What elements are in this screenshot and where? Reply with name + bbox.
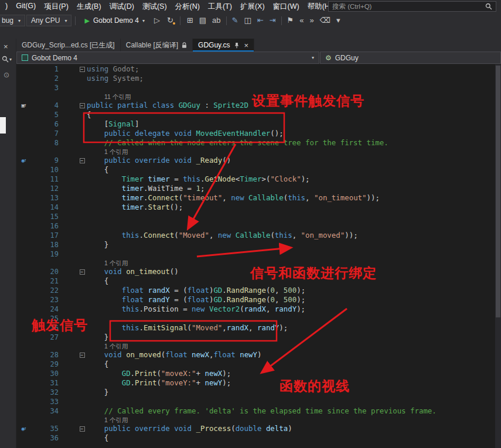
platform-dropdown[interactable]: Any CPU ▾	[26, 15, 71, 26]
inheritance-margin-icon[interactable]: ▣↑	[16, 101, 32, 110]
code-text: using System;	[87, 74, 144, 83]
menu-item[interactable]: 工具(T)	[204, 2, 236, 12]
fold-margin	[77, 333, 87, 342]
menu-bar: )Git(G)项目(P)生成(B)调试(D)测试(S)分析(N)工具(T)扩展(…	[0, 0, 501, 13]
fold-toggle-icon[interactable]: −	[80, 426, 85, 432]
fold-margin	[77, 276, 87, 286]
inheritance-margin-icon[interactable]: ◉↑	[16, 424, 32, 433]
rail-grip[interactable]	[0, 117, 6, 134]
fold-toggle-icon[interactable]: −	[80, 269, 85, 275]
new-file-icon[interactable]: ⊞	[184, 14, 196, 27]
code-line: 34 // Called every frame. 'delta' is the…	[16, 406, 501, 416]
code-line: 31 GD.Print("moveY:"+ newY);	[16, 378, 501, 388]
code-line: 29 {	[16, 360, 501, 369]
chevron-down-icon: ▾	[9, 57, 12, 62]
glyph-margin	[16, 129, 32, 138]
menu-item[interactable]: Git(G)	[12, 2, 40, 12]
line-number: 1	[32, 64, 59, 74]
document-tab[interactable]: GDGuy_Scrip...ed.cs [已生成]	[16, 39, 121, 52]
codelens-references[interactable]: 1 个引用	[16, 416, 501, 424]
fold-toggle-icon[interactable]: −	[80, 103, 85, 108]
line-number: 25	[32, 314, 59, 323]
search-box[interactable]: 搜索 (Ctrl+Q)	[328, 1, 496, 12]
menu-item[interactable]: 调试(D)	[105, 2, 138, 12]
fold-toggle-icon[interactable]: −	[80, 158, 85, 163]
line-number: 33	[32, 397, 59, 406]
code-text: {	[87, 165, 108, 175]
codelens-references[interactable]: 1 个引用	[16, 259, 501, 267]
glyph-margin	[16, 350, 32, 360]
line-number: 29	[32, 360, 59, 369]
code-text: float randX = (float)GD.RandRange(0, 500…	[87, 286, 305, 295]
menu-item[interactable]: )	[1, 2, 12, 12]
glyph-margin	[16, 249, 32, 259]
rail-close-icon[interactable]: ×	[4, 42, 8, 51]
code-text: {	[87, 433, 108, 443]
code-line: 19	[16, 249, 501, 259]
codelens-references[interactable]: 11 个引用	[16, 93, 501, 101]
hot-reload-icon[interactable]: ↻	[164, 14, 176, 27]
chevron-down-icon: ▾	[142, 18, 145, 23]
clear-bookmarks-icon[interactable]: ⌫	[317, 14, 333, 27]
vertical-scrollbar[interactable]	[495, 64, 501, 448]
code-editor[interactable]: 1−using Godot;2using System;311 个引用▣↑4−p…	[16, 64, 501, 448]
chevron-down-icon: ▾	[18, 18, 21, 23]
left-rail: × ▾ ⊙	[0, 39, 16, 448]
code-line: 1−using Godot;	[16, 64, 501, 74]
previous-bookmark-icon[interactable]: «	[296, 14, 306, 27]
code-text: {	[87, 360, 108, 369]
code-text: void on_timeout()	[87, 267, 179, 276]
glyph-margin	[16, 74, 32, 83]
glyph-margin	[16, 397, 32, 406]
indent-increase-icon[interactable]: ⇥	[267, 14, 279, 27]
start-without-debugging-icon[interactable]: ▷	[151, 14, 163, 27]
menu-item[interactable]: 项目(P)	[40, 2, 73, 12]
menu-item[interactable]: 窗口(W)	[269, 2, 304, 12]
next-bookmark-icon[interactable]: »	[306, 14, 316, 27]
split-view-icon[interactable]: ◫	[241, 14, 254, 27]
comment-icon[interactable]: ✎	[229, 14, 241, 27]
fold-margin	[77, 323, 87, 333]
code-text: // Called when the node enters the scene…	[87, 138, 388, 148]
rename-icon[interactable]: ab	[209, 14, 223, 27]
code-line: 18 }	[16, 240, 501, 249]
glyph-margin	[16, 240, 32, 249]
line-number: 20	[32, 267, 59, 276]
codelens-references[interactable]: 1 个引用	[16, 342, 501, 350]
scrollbar-thumb[interactable]	[496, 66, 500, 317]
rail-search-icon[interactable]: ▾	[2, 56, 12, 63]
line-number: 26	[32, 323, 59, 333]
menu-item[interactable]: 分析(N)	[171, 2, 204, 12]
fold-toggle-icon[interactable]: −	[80, 67, 85, 72]
debug-config-dropdown[interactable]: bug ▾	[0, 15, 25, 26]
rail-tool-icon[interactable]: ⊙	[4, 71, 9, 79]
menu-item[interactable]: 扩展(X)	[236, 2, 269, 12]
start-debug-button[interactable]: ▶ Gobot Demo 4 ▾	[79, 14, 150, 27]
search-icon	[485, 3, 492, 10]
document-tab[interactable]: GDGuy.cs×	[193, 39, 254, 52]
line-number: 11	[32, 175, 59, 184]
fold-margin	[77, 433, 87, 443]
glyph-margin	[16, 360, 32, 369]
type-dropdown[interactable]: ⚙ GDGuy	[320, 52, 501, 64]
find-in-files-icon[interactable]: ▤	[196, 14, 209, 27]
toolbar-options-icon[interactable]: ▾	[333, 14, 343, 27]
document-tab[interactable]: Callable [反编译]	[121, 39, 193, 52]
project-label: Gobot Demo 4	[32, 54, 77, 62]
code-text: }	[87, 240, 108, 249]
inheritance-margin-icon[interactable]: ◉↑	[16, 156, 32, 165]
fold-margin	[77, 175, 87, 184]
fold-margin	[77, 249, 87, 259]
pin-icon[interactable]	[234, 42, 240, 49]
fold-margin: −	[77, 424, 87, 433]
glyph-margin	[16, 433, 32, 443]
close-tab-icon[interactable]: ×	[244, 41, 249, 50]
menu-item[interactable]: 测试(S)	[138, 2, 171, 12]
indent-decrease-icon[interactable]: ⇤	[254, 14, 267, 27]
project-dropdown[interactable]: Gobot Demo 4 ▾	[16, 52, 319, 64]
fold-toggle-icon[interactable]: −	[80, 353, 85, 358]
glyph-margin	[16, 333, 32, 342]
codelens-references[interactable]: 1 个引用	[16, 148, 501, 156]
menu-item[interactable]: 生成(B)	[73, 2, 105, 12]
bookmark-icon[interactable]: ⚑	[284, 14, 297, 27]
